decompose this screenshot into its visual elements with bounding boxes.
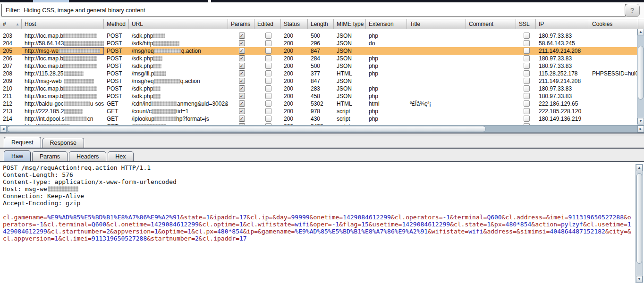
table-row[interactable]: 207http://loc.map.bPOST/sdk.php✓200500JS… (0, 62, 644, 70)
filter-box[interactable]: Filter: Hiding CSS, image and general bi… (1, 4, 626, 17)
body-param-value: 480*854 (217, 228, 243, 235)
subtab-hex[interactable]: Hex (108, 151, 133, 161)
table-row[interactable]: 204http://58.64.143POST/sdk/http✓200296J… (0, 40, 644, 47)
cell-ext: php (366, 32, 407, 40)
cell-url: /sdk.php (129, 55, 228, 62)
cell-edited (254, 55, 281, 62)
tab-response[interactable]: Response (42, 138, 84, 148)
cell-ext: php (366, 85, 407, 92)
column-header-host[interactable]: Host (22, 19, 104, 29)
table-row[interactable]: 210http://loc.map.bPOST/sdk.php✓200283JS… (0, 85, 644, 92)
table-row[interactable]: 208http://115.28.25POST/msg/iii.p✓200377… (0, 70, 644, 77)
column-header-title[interactable]: Title (407, 19, 466, 29)
column-header-method[interactable]: Method (104, 19, 129, 29)
request-body: cl.gamename=%E9%AD%85%E5%BD%B1%E8%A7%86%… (3, 214, 633, 242)
column-label: IP (539, 21, 544, 27)
subtab-params[interactable]: Params (32, 151, 68, 161)
scroll-down-icon[interactable]: ▼ (637, 118, 644, 125)
body-param-value: Q600 (92, 221, 106, 228)
column-header-ssl[interactable]: SSL (516, 19, 536, 29)
table-row[interactable]: 214http://int.dpool.scnGET/iplookuphp?fo… (0, 115, 644, 123)
body-param-value: wifi (468, 228, 483, 235)
column-header-params[interactable]: Params (228, 19, 254, 29)
cell-num: 206 (0, 55, 22, 62)
table-row[interactable]: 213http://222.185.2GET/count/ctid=1✓2009… (0, 108, 644, 115)
cell-ext: php (366, 115, 407, 123)
table-vscroll-thumb[interactable] (638, 46, 644, 100)
table-hscroll-thumb[interactable] (7, 126, 486, 132)
column-label: Status (284, 21, 300, 27)
scroll-right-icon[interactable]: ► (637, 125, 644, 133)
cell-mime: script (334, 108, 366, 115)
edited-checkbox (265, 108, 271, 114)
table-row[interactable]: 211http://loc.map.bPOST/sdk.php✓200458JS… (0, 92, 644, 100)
column-header-mime[interactable]: MIME type (334, 19, 366, 29)
body-param-value: 2 (195, 235, 199, 242)
equals-sign: = (88, 235, 92, 242)
column-header-edited[interactable]: Edited (254, 19, 281, 29)
table-row[interactable]: 212http://baidu-gocu-soso-...GET/cdn/ind… (0, 100, 644, 108)
help-button[interactable]: ? (625, 4, 640, 17)
cell-url: /sdk.php (129, 85, 228, 92)
body-param-name: oper (314, 221, 328, 228)
cell-host: http://msg-we (22, 47, 104, 55)
redacted-blur (154, 49, 181, 53)
column-header-url[interactable]: URL (129, 19, 228, 29)
table-row[interactable]: 206http://loc.map.bPOST/sdk.php✓200284JS… (0, 55, 644, 62)
scroll-up-icon[interactable]: ▲ (636, 165, 643, 171)
body-param-name: usetime (373, 221, 398, 228)
cell-method: POST (104, 32, 129, 40)
table-row[interactable]: 205http://msg-wePOST/msg/reqq.action✓200… (0, 47, 644, 55)
redacted-blur (59, 49, 100, 53)
column-header-comment[interactable]: Comment (466, 19, 516, 29)
body-param-value: 1429084612299 (151, 221, 199, 228)
tab-request[interactable]: Request (4, 137, 41, 148)
pane-splitter[interactable] (0, 133, 644, 136)
column-header-cookies[interactable]: Cookies (589, 19, 638, 29)
cell-ip: 211.149.214.208 (536, 77, 589, 85)
column-header-ext[interactable]: Extension (366, 19, 407, 29)
redacted-blur (64, 101, 90, 106)
cell-mime: JSON (334, 77, 366, 85)
ssl-checkbox (524, 93, 530, 99)
redacted-blur (153, 41, 179, 46)
table-vertical-scrollbar[interactable]: ▲ ▼ (637, 29, 644, 125)
cell-ext: php (366, 92, 407, 100)
table-row[interactable]: 203http://loc.map.bPOST/sdk.php✓200500JS… (0, 32, 644, 40)
cell-url: /sdk.php (129, 62, 228, 70)
equals-sign: = (624, 221, 627, 228)
ampersand: & (210, 214, 213, 221)
cell-comment (466, 70, 516, 77)
cell-status: 200 (281, 108, 308, 115)
cell-ip: 180.97.33.83 (536, 92, 589, 100)
editor-vertical-scrollbar[interactable]: ▲ ▼ (636, 164, 643, 283)
cell-method: POST (104, 62, 129, 70)
scroll-left-icon[interactable]: ◄ (0, 125, 7, 133)
cell-url: /count/ctid=1 (129, 108, 228, 115)
params-checkbox: ✓ (239, 108, 245, 114)
scroll-down-icon[interactable]: ▼ (636, 276, 643, 283)
table-horizontal-scrollbar[interactable]: ◄ ► (0, 125, 644, 133)
column-header-length[interactable]: Length (308, 19, 334, 29)
scroll-up-icon[interactable]: ▲ (637, 29, 644, 35)
body-param-value: 99999 (291, 214, 310, 221)
cell-ssl (516, 62, 536, 70)
cell-url: /msg/iii.p (129, 70, 228, 77)
table-row[interactable]: 209http://msg-webPOST/msg/reqq.action✓20… (0, 77, 644, 85)
cell-length: 978 (308, 108, 334, 115)
params-checkbox: ✓ (239, 70, 245, 76)
column-header-ip[interactable]: IP (536, 19, 589, 29)
editor-vscroll-thumb[interactable] (636, 173, 642, 264)
column-label: SSL (519, 21, 530, 27)
column-header-num[interactable]: #▲ (0, 19, 22, 29)
cell-mime: JSON (334, 47, 366, 55)
column-header-status[interactable]: Status (281, 19, 308, 29)
cell-title (407, 77, 466, 85)
header-spacer (638, 19, 644, 29)
equals-sign: = (254, 228, 258, 235)
subtab-headers[interactable]: Headers (69, 151, 106, 161)
subtab-raw[interactable]: Raw (4, 150, 31, 161)
cell-edited (254, 70, 281, 77)
request-editor[interactable]: POST /msg/requAction!req.action HTTP/1.1… (0, 162, 644, 283)
params-checkbox: ✓ (239, 85, 245, 92)
